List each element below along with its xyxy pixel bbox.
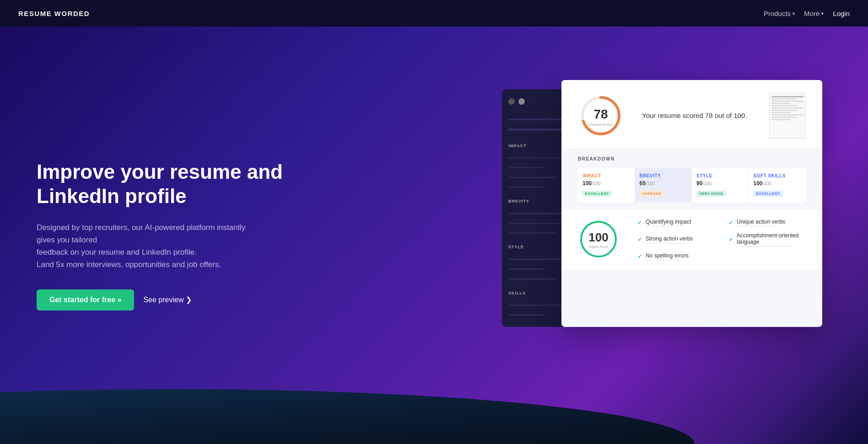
breakdown-brevity-title: BREVITY	[640, 173, 687, 178]
breakdown-softskills-title: SOFT SKILLS	[754, 173, 802, 178]
thumb-line-5	[771, 105, 797, 107]
score-message: Your resume scored 78 out of 100.	[642, 112, 747, 119]
sidebar-line-6	[508, 223, 569, 224]
get-started-button[interactable]: Get started for free »	[37, 289, 134, 310]
hero-subtitle-line1: Designed by top recruiters, our AI-power…	[37, 223, 245, 244]
check-text-4: Accomplishment-oriented language	[737, 232, 806, 247]
breakdown-col-softskills: SOFT SKILLS 100/100 EXCELLENT	[749, 168, 806, 202]
resume-thumbnail	[769, 93, 806, 139]
breakdown-brevity-score: 65/100	[640, 180, 687, 187]
login-button[interactable]: Login	[833, 10, 850, 17]
check-underline-4	[737, 246, 792, 247]
hero-left: Improve your resume and LinkedIn profile…	[37, 160, 311, 310]
impact-score-circle: 100 Impact Score	[578, 219, 619, 260]
sidebar-section-impact: IMPACT	[508, 144, 569, 148]
sidebar-section-brevity: BREVITY	[508, 199, 569, 203]
breakdown-col-impact: IMPACT 100/100 EXCELLENT	[578, 168, 635, 202]
thumb-line-8	[771, 112, 791, 113]
thumb-line-4	[771, 103, 791, 104]
nav-links: Products ▾ More ▾ Login	[764, 10, 850, 17]
thumb-line-9	[771, 114, 803, 116]
check-item-1: ✓ Quantifying impact	[637, 219, 715, 227]
breakdown-style-badge: VERY GOOD	[696, 191, 726, 197]
sidebar-top-bar	[508, 98, 569, 105]
check-icon-3: ✓	[637, 236, 642, 243]
check-item-5: ✓ No spelling errors	[637, 252, 715, 261]
breakdown-impact-score: 100/100	[582, 180, 630, 187]
hero-title-line2: LinkedIn profile	[37, 185, 187, 207]
more-label: More	[804, 10, 819, 17]
thumb-line-7	[771, 110, 797, 111]
impact-score-number: 100	[588, 230, 608, 245]
breakdown-style-score: 90/100	[696, 180, 744, 187]
sidebar-section-skills: SKILLS	[508, 291, 569, 295]
breakdown-impact-badge: EXCELLENT	[582, 191, 612, 197]
more-nav-link[interactable]: More ▾	[804, 10, 824, 17]
breakdown-grid: IMPACT 100/100 EXCELLENT BREVITY 65/100 …	[578, 168, 806, 202]
check-underline-5	[646, 260, 680, 261]
breakdown-col-brevity: BREVITY 65/100 AVERAGE	[635, 168, 692, 202]
impact-detail-section: 100 Impact Score ✓ Quantifying impact	[561, 209, 822, 270]
navbar: RESUME WORDED Products ▾ More ▾ Login	[0, 0, 868, 27]
check-text-3: Strong action verbs	[646, 235, 693, 244]
check-text-5: No spelling errors	[646, 252, 689, 261]
breakdown-title: BREAKDOWN	[578, 156, 806, 161]
breakdown-brevity-badge: AVERAGE	[640, 191, 664, 197]
sidebar-line-7	[508, 232, 557, 234]
hero-title: Improve your resume and LinkedIn profile	[37, 160, 311, 209]
sidebar-line-1	[508, 157, 563, 159]
check-icon-4: ✓	[728, 236, 733, 243]
hero-title-line1: Improve your resume and	[37, 160, 283, 183]
check-item-2: ✓ Unique action verbs	[728, 219, 806, 227]
mockup-main-panel: 78 Overall Score Your resume scored 78 o…	[561, 80, 822, 327]
dashboard-mockup: IMPACT BREVITY STYLE SKILLS	[502, 80, 850, 336]
overall-score-circle: 78 Overall Score	[578, 93, 624, 139]
check-text-2: Unique action verbs	[737, 219, 785, 227]
check-item-3: ✓ Strong action verbs	[637, 232, 715, 247]
brand-logo[interactable]: RESUME WORDED	[18, 10, 90, 17]
hero-subtitle-line3: Land 5x more interviews, opportunities a…	[37, 260, 221, 269]
check-item-4: ✓ Accomplishment-oriented language	[728, 232, 806, 247]
hero-right: IMPACT BREVITY STYLE SKILLS	[311, 107, 831, 364]
impact-checklist: ✓ Quantifying impact ✓ Unique action ver…	[637, 219, 806, 261]
thumb-line-3	[771, 101, 803, 102]
thumb-line-2	[771, 98, 797, 100]
thumb-line-1	[771, 96, 803, 97]
hero-section: Improve your resume and LinkedIn profile…	[0, 27, 868, 444]
check-icon-2: ✓	[728, 219, 733, 226]
check-icon-1: ✓	[637, 219, 642, 226]
sidebar-menu-item-2	[508, 128, 569, 131]
more-chevron-icon: ▾	[821, 11, 824, 16]
check-icon-5: ✓	[637, 253, 642, 260]
hero-subtitle-line2: feedback on your resume and LinkedIn pro…	[37, 248, 197, 257]
products-chevron-icon: ▾	[793, 11, 795, 16]
breakdown-softskills-score: 100/100	[754, 180, 802, 187]
breakdown-softskills-badge: EXCELLENT	[754, 191, 783, 197]
sidebar-line-10	[508, 278, 557, 279]
sidebar-line-4	[508, 187, 545, 188]
sidebar-line-8	[508, 258, 563, 260]
sidebar-line-3	[508, 177, 557, 178]
sidebar-menu-item-1	[508, 118, 569, 121]
see-preview-button[interactable]: See preview ❯	[143, 295, 192, 304]
breakdown-section: BREAKDOWN IMPACT 100/100 EXCELLENT BREVI…	[561, 149, 822, 209]
thumb-line-11	[771, 119, 791, 120]
sidebar-dot-2	[518, 98, 525, 105]
sidebar-dot-1	[508, 98, 515, 105]
check-text-1: Quantifying impact	[646, 219, 691, 227]
sidebar-line-5	[508, 213, 563, 214]
check-underline-1	[646, 226, 682, 227]
check-underline-2	[737, 226, 776, 227]
products-nav-link[interactable]: Products ▾	[764, 10, 795, 17]
sidebar-line-12	[508, 314, 545, 316]
thumb-line-10	[771, 117, 797, 118]
sidebar-section-style: STYLE	[508, 245, 569, 249]
check-underline-3	[646, 243, 684, 244]
breakdown-col-style: STYLE 90/100 VERY GOOD	[692, 168, 749, 202]
thumb-line-6	[771, 107, 803, 109]
impact-score-label: Impact Score	[589, 245, 608, 248]
hero-subtitle: Designed by top recruiters, our AI-power…	[37, 221, 256, 271]
score-header: 78 Overall Score Your resume scored 78 o…	[561, 80, 822, 149]
sidebar-line-9	[508, 268, 545, 270]
overall-score-number: 78	[593, 107, 608, 121]
